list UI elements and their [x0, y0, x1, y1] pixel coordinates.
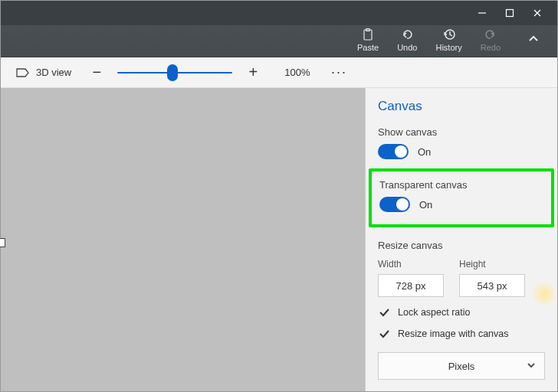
- more-options-button[interactable]: ···: [332, 61, 355, 84]
- show-canvas-toggle[interactable]: [378, 144, 409, 159]
- command-bar: Paste Undo History Redo: [1, 25, 557, 57]
- transparent-canvas-callout: Transparent canvas On: [369, 168, 554, 227]
- minimize-button[interactable]: [476, 7, 488, 19]
- lock-aspect-checkbox[interactable]: Lock aspect ratio: [378, 306, 545, 318]
- panel-title: Canvas: [378, 99, 545, 114]
- transparent-canvas-toggle[interactable]: [379, 197, 410, 212]
- transparent-canvas-label: Transparent canvas: [379, 179, 543, 191]
- toggle-knob: [396, 198, 409, 211]
- zoom-out-button[interactable]: −: [87, 63, 107, 83]
- zoom-in-button[interactable]: +: [243, 63, 263, 83]
- 3d-view-label: 3D view: [36, 67, 71, 78]
- paste-button[interactable]: Paste: [357, 28, 379, 52]
- window-titlebar: [1, 1, 557, 25]
- resize-image-label: Resize image with canvas: [398, 328, 509, 339]
- show-canvas-state: On: [418, 146, 431, 158]
- slider-thumb[interactable]: [167, 64, 178, 81]
- zoom-percent[interactable]: 100%: [274, 67, 320, 78]
- maximize-button[interactable]: [504, 7, 516, 19]
- cube-icon: [15, 67, 30, 79]
- zoom-slider[interactable]: [117, 65, 232, 80]
- chevron-down-icon: [526, 360, 537, 373]
- show-canvas-label: Show canvas: [378, 126, 545, 138]
- width-input[interactable]: 728 px: [378, 274, 444, 297]
- history-label: History: [435, 43, 461, 52]
- svg-marker-7: [17, 69, 28, 77]
- paste-label: Paste: [357, 43, 379, 52]
- rotate-flip-label: Rotate and flip: [378, 390, 545, 391]
- width-label: Width: [378, 259, 444, 270]
- clipboard-icon: [361, 28, 375, 41]
- undo-label: Undo: [397, 43, 417, 52]
- resize-image-checkbox[interactable]: Resize image with canvas: [378, 328, 545, 340]
- lock-aspect-label: Lock aspect ratio: [398, 307, 471, 318]
- canvas-viewport[interactable]: [1, 88, 366, 391]
- checkmark-icon: [378, 306, 390, 318]
- transparent-canvas-state: On: [419, 199, 432, 211]
- undo-icon: [400, 28, 414, 41]
- canvas-panel: Canvas Show canvas On Transparent canvas…: [366, 88, 557, 391]
- checkmark-icon: [378, 328, 390, 340]
- redo-label: Redo: [481, 43, 501, 52]
- redo-button: Redo: [481, 28, 501, 52]
- 3d-view-button[interactable]: 3D view: [10, 64, 76, 82]
- resize-canvas-label: Resize canvas: [378, 240, 545, 251]
- height-input[interactable]: 543 px: [459, 274, 525, 297]
- toggle-knob: [395, 145, 407, 158]
- redo-icon: [484, 28, 497, 41]
- undo-button[interactable]: Undo: [397, 28, 417, 52]
- history-button[interactable]: History: [435, 28, 461, 52]
- svg-rect-1: [507, 10, 514, 17]
- close-button[interactable]: [531, 7, 543, 19]
- view-toolbar: 3D view − + 100% ···: [1, 57, 557, 88]
- units-value: Pixels: [448, 361, 475, 372]
- canvas-handle[interactable]: [0, 238, 5, 247]
- history-icon: [442, 28, 456, 41]
- height-label: Height: [459, 259, 525, 270]
- collapse-ribbon-button[interactable]: [527, 32, 540, 46]
- units-dropdown[interactable]: Pixels: [378, 352, 545, 380]
